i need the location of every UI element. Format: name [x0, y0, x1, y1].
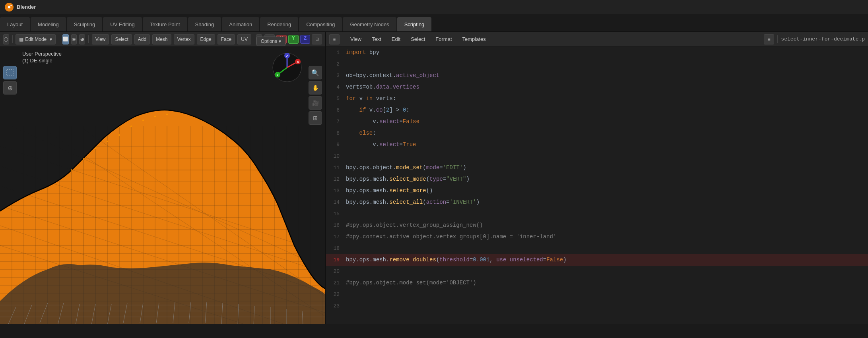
line-content-7: v.select=False [346, 116, 868, 127]
options-dropdown-icon: ▾ [279, 39, 281, 44]
code-line-5: 5 for v in verts: [326, 93, 868, 104]
line-num-12: 12 [326, 174, 346, 185]
axis-y-btn[interactable]: Y [288, 35, 299, 44]
pan-btn[interactable]: ✋ [309, 81, 322, 95]
code-line-15: 15 [326, 208, 868, 220]
line-num-22: 22 [326, 289, 346, 300]
mesh-canvas: User Perspective (1) DE-single Z X [0, 47, 325, 324]
code-menu-edit[interactable]: Edit [388, 35, 404, 44]
line-num-20: 20 [326, 266, 346, 277]
viewport-menu-select[interactable]: Select [111, 34, 132, 44]
code-menu-view[interactable]: View [346, 35, 365, 44]
svg-point-78 [71, 169, 72, 171]
code-toolbar: ≡ View Text Edit Select Format Templates… [326, 32, 868, 47]
line-num-8: 8 [326, 128, 346, 139]
line-content-22 [346, 289, 868, 300]
viewport-gizmo[interactable]: Z X Y [271, 52, 303, 83]
code-line-16: 16 #bpy.ops.object.vertex_group_assign_n… [326, 220, 868, 231]
tab-layout[interactable]: Layout [0, 17, 30, 31]
svg-point-82 [118, 134, 120, 136]
select-tool-btn[interactable] [3, 66, 17, 79]
viewport-menu-vertex[interactable]: Vertex [174, 34, 194, 44]
divider-1 [12, 35, 13, 43]
cursor-tool-btn[interactable]: ⊕ [3, 81, 17, 95]
line-content-17: #bpy.context.active_object.vertex_groups… [346, 231, 868, 242]
transform-extra-icon[interactable]: ⊞ [312, 34, 322, 44]
line-content-18 [346, 243, 868, 254]
code-line-22: 22 [326, 289, 868, 300]
viewport-menu-view[interactable]: View [92, 34, 109, 44]
mode-selector[interactable]: ▦ Edit Mode ▾ [16, 34, 56, 44]
svg-text:Y: Y [276, 73, 279, 77]
tab-uv-editing[interactable]: UV Editing [103, 17, 142, 31]
viewport-right-tools: 🔍 ✋ 🎥 ⊞ [309, 66, 322, 125]
line-num-15: 15 [326, 209, 346, 220]
tab-scripting[interactable]: Scripting [397, 17, 432, 31]
code-menu-templates[interactable]: Templates [458, 35, 490, 44]
line-num-11: 11 [326, 162, 346, 174]
tab-rendering[interactable]: Rendering [260, 17, 298, 31]
viewport-panel: ⬡ ▦ Edit Mode ▾ ⬜ ◉ ◕ View Select Add Me… [0, 32, 326, 324]
tab-modeling[interactable]: Modeling [31, 17, 66, 31]
viewport-menu-face[interactable]: Face [217, 34, 235, 44]
code-editor[interactable]: 1 import bpy 2 3 ob=bpy.context.active_o… [326, 47, 868, 324]
line-num-1: 1 [326, 47, 346, 58]
code-editor-type-icon[interactable]: ≡ [329, 34, 340, 44]
line-content-14: bpy.ops.mesh.select_all(action='INVERT') [346, 197, 868, 208]
code-menu-format[interactable]: Format [431, 35, 456, 44]
code-line-4: 4 verts=ob.data.vertices [326, 81, 868, 93]
solid-btn[interactable]: ◉ [71, 34, 77, 44]
viewport-canvas[interactable]: User Perspective (1) DE-single Z X [0, 47, 325, 324]
tab-sculpting[interactable]: Sculpting [67, 17, 102, 31]
line-num-3: 3 [326, 70, 346, 81]
material-btn[interactable]: ◕ [79, 34, 85, 44]
line-num-2: 2 [326, 59, 346, 70]
svg-point-79 [83, 158, 84, 160]
line-num-19: 19 [326, 255, 346, 266]
code-line-11: 11 bpy.ops.object.mode_set(mode='EDIT') [326, 162, 868, 174]
viewport-menu-edge[interactable]: Edge [197, 34, 215, 44]
code-line-7: 7 v.select=False [326, 116, 868, 127]
line-num-18: 18 [326, 243, 346, 254]
code-line-8: 8 else: [326, 127, 868, 139]
line-num-13: 13 [326, 185, 346, 197]
tab-compositing[interactable]: Compositing [299, 17, 342, 31]
line-content-5: for v in verts: [346, 93, 868, 104]
line-num-7: 7 [326, 116, 346, 127]
tab-shading[interactable]: Shading [188, 17, 221, 31]
code-menu-select[interactable]: Select [407, 35, 429, 44]
line-content-9: v.select=True [346, 139, 868, 150]
tab-texture-paint[interactable]: Texture Paint [143, 17, 187, 31]
line-content-23 [346, 300, 868, 311]
code-editor-type-btn2[interactable]: ≡ [764, 34, 774, 44]
mode-dropdown-icon: ▾ [50, 37, 52, 42]
svg-point-1 [8, 6, 10, 8]
svg-rect-97 [7, 70, 13, 76]
viewport-menu-mesh[interactable]: Mesh [152, 34, 171, 44]
zoom-in-btn[interactable]: 🔍 [309, 66, 322, 79]
wireframe-btn[interactable]: ⬜ [62, 34, 69, 44]
code-divider-2 [777, 35, 778, 43]
grid-btn[interactable]: ⊞ [309, 111, 322, 125]
code-line-14: 14 bpy.ops.mesh.select_all(action='INVER… [326, 197, 868, 208]
tab-animation[interactable]: Animation [222, 17, 259, 31]
code-line-13: 13 bpy.ops.mesh.select_more() [326, 185, 868, 197]
options-button[interactable]: Options ▾ [256, 37, 285, 46]
divider-2 [59, 35, 59, 43]
svg-point-81 [107, 141, 108, 142]
title-bar: Blender [0, 0, 868, 14]
line-content-4: verts=ob.data.vertices [346, 81, 868, 93]
viewport-menu-add[interactable]: Add [134, 34, 150, 44]
tab-geometry-nodes[interactable]: Geometry Nodes [343, 17, 396, 31]
svg-point-84 [142, 120, 144, 121]
code-menu-text[interactable]: Text [368, 35, 385, 44]
camera-btn[interactable]: 🎥 [309, 96, 322, 110]
code-panel: ≡ View Text Edit Select Format Templates… [326, 32, 868, 324]
viewport-menu-uv[interactable]: UV [237, 34, 251, 44]
line-num-16: 16 [326, 220, 346, 231]
editor-type-icon[interactable]: ⬡ [3, 34, 9, 44]
code-line-18: 18 [326, 243, 868, 254]
code-line-10: 10 [326, 151, 868, 162]
axis-z-btn[interactable]: Z [300, 35, 310, 44]
mode-icon: ▦ [19, 37, 23, 42]
